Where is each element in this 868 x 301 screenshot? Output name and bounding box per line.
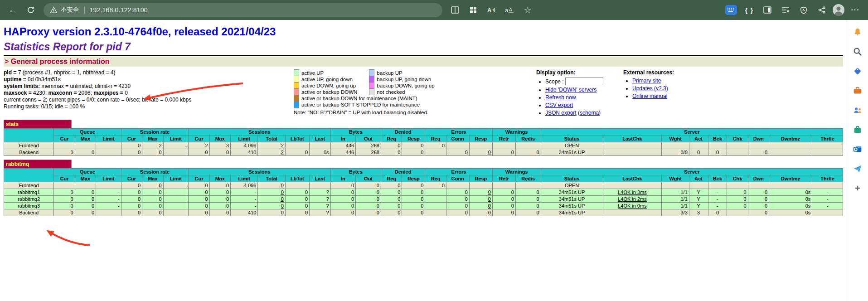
column-header-status: Status [541,136,603,142]
settings-more-icon[interactable]: ··· [847,2,863,18]
csv-item: CSV export [545,102,623,108]
updates-link[interactable]: Updates (v2.3) [632,85,668,92]
legend-label: backup UP [374,70,446,76]
column-header-dwn: Dwn [748,136,769,142]
column-group-sessions: Sessions [189,169,330,175]
json-export-link[interactable]: JSON export [545,110,577,116]
column-header-cur: Cur [121,136,142,142]
cell-limit: - [163,182,189,189]
hide-down-item: Hide 'DOWN' servers [545,87,623,93]
cell-lbtot [285,182,309,189]
cell-dwntme: 0s [769,196,812,203]
cell-limit [96,142,121,149]
cell-status: OPEN [541,182,603,189]
column-header-conn: Conn [446,136,469,142]
cell-act: 0 [689,149,708,156]
cell-lastchk [603,182,662,189]
read-aloud-icon[interactable]: A [483,2,499,18]
online-manual-link[interactable]: Online manual [632,93,667,99]
cell-limit: - [231,203,258,209]
cell-out: 0 [356,209,381,216]
share-icon[interactable] [814,2,830,18]
cell-dwntme: 0s [769,203,812,209]
haproxy-version-link[interactable]: HAProxy version 2.3.10-4764f0e, released… [4,25,276,38]
cell-req: 0 [381,189,402,196]
cell-limit: - [231,196,258,203]
legend-note: Note: "NOLB"/"DRAIN" = UP with load-bala… [294,110,430,115]
translate-icon[interactable]: aA [501,2,518,18]
column-group-warnings: Warnings [492,169,541,175]
drop-icon[interactable] [852,163,863,175]
collections-tag-icon[interactable] [852,65,863,77]
manual-item: Online manual [632,93,691,99]
split-screen-icon[interactable] [759,2,776,18]
cell-act: Y [689,189,708,196]
cell-thrtle [812,209,843,216]
cell-lbtot [285,142,309,149]
cell-in: 0 [330,196,356,203]
browser-toolbar: ← 不安全 192.168.0.122:8100 A aA ☆ { } [0,0,868,20]
refresh-icon[interactable] [23,2,39,18]
extensions-icon[interactable]: { } [741,2,757,18]
column-group-warnings: Warnings [492,129,541,136]
process-info-line: maxsock = 4230; maxconn = 2096; maxpipes… [4,90,294,97]
address-bar[interactable]: 不安全 192.168.0.122:8100 [44,3,442,17]
cell-limit: 4 096 [231,182,258,189]
collections-icon[interactable] [777,2,794,18]
browser-essentials-icon[interactable] [795,2,812,18]
sidebar-add-icon[interactable]: + [852,182,863,194]
search-sidebar-icon[interactable] [852,46,863,58]
hide-down-servers-link[interactable]: Hide 'DOWN' servers [545,87,596,93]
cell-resp: 0 [402,182,425,189]
cell-chk: 0 [727,196,748,203]
csv-export-link[interactable]: CSV export [545,102,573,108]
primary-site-link[interactable]: Primary site [632,78,661,84]
refresh-now-link[interactable]: Refresh now [545,94,576,101]
cell-conn: 0 [446,149,469,156]
cell-bck: - [708,196,727,203]
split-window-icon[interactable] [447,2,463,18]
cell-conn: 0 [446,196,469,203]
cell-last: ? [310,209,330,216]
cell-last: ? [310,196,330,203]
back-icon[interactable]: ← [5,2,21,18]
cell-last: ? [310,189,330,196]
cell-dwntme [769,182,812,189]
cell-total: 0 [258,182,285,189]
row-label: Frontend [4,142,54,149]
column-group-errors: Errors [425,129,493,136]
cell-redis [515,182,541,189]
scope-input[interactable] [565,78,603,85]
column-header-max: Max [75,136,96,142]
legend-label: active or backup SOFT STOPPED for mainte… [299,102,446,108]
cell-req [425,203,446,209]
column-header-chk: Chk [727,175,748,182]
microsoft365-people-icon[interactable] [852,104,863,116]
column-header-max: Max [209,175,230,182]
profile-avatar[interactable] [832,3,845,17]
cell-resp: 0 [402,209,425,216]
url-text: 192.168.0.122:8100 [90,6,148,14]
cell-max: 0 [209,182,230,189]
notification-bell-icon[interactable] [852,26,863,38]
cell-in: 0 [330,209,356,216]
outlook-icon[interactable] [852,143,863,155]
json-schema-link[interactable]: schema [580,110,599,116]
cell-act: Y [689,196,708,203]
cell-dwn: 0 [748,149,769,156]
cell-conn: 0 [446,203,469,209]
column-header-retr: Retr [492,136,515,142]
row-label: Backend [4,209,54,216]
tools-icon[interactable] [852,85,863,97]
column-header-status: Status [541,175,603,182]
apps-grid-icon[interactable] [465,2,481,18]
favorites-star-icon[interactable]: ☆ [519,2,536,18]
cell-limit: - [163,142,189,149]
ime-keyboard-icon[interactable] [723,2,739,18]
column-header-cur: Cur [121,175,142,182]
cell-lastchk [603,142,662,149]
cell-cur: 2 [189,142,209,149]
cell-resp [469,182,492,189]
shopping-icon[interactable] [852,124,863,136]
column-header-cur: Cur [189,175,209,182]
